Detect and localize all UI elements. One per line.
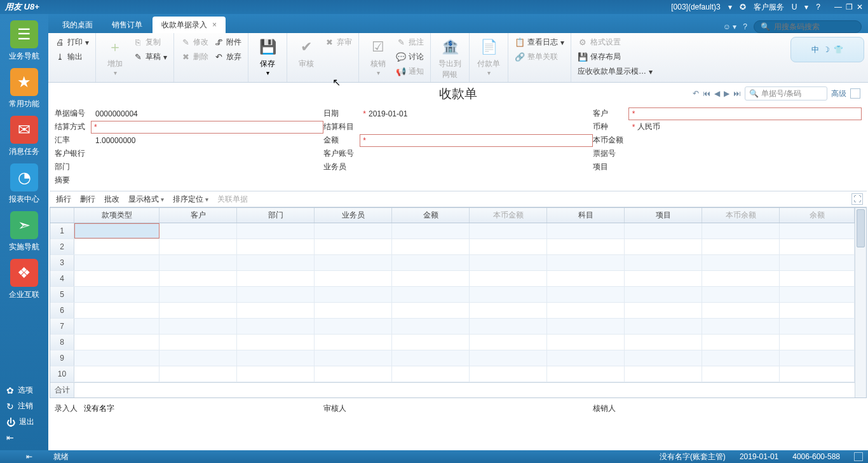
cell[interactable] [625,319,702,334]
col-localbal[interactable]: 本币余额 [702,208,780,223]
cell[interactable] [780,319,855,334]
cell[interactable] [315,223,392,238]
tab-salesorder[interactable]: 销售订单 [103,17,151,33]
cell[interactable] [547,287,625,302]
cell[interactable] [237,239,315,254]
cell[interactable] [392,319,470,334]
cell[interactable] [625,239,702,254]
cell[interactable] [74,223,159,238]
field-dept[interactable]: 部门 [55,160,323,174]
cell[interactable] [625,255,702,270]
settlemethod-input[interactable] [92,121,323,133]
field-project[interactable]: 项目 [593,160,862,174]
cell[interactable] [74,239,159,254]
field-salesman[interactable]: 业务员 [323,160,592,174]
delete-row-button[interactable]: 删行 [80,194,95,205]
sidebar-item-report[interactable]: ◔报表中心 [5,163,43,205]
help-icon[interactable]: ? [743,22,747,31]
cell[interactable] [74,287,159,302]
caret-down-icon[interactable]: ▾ [804,3,808,11]
minimize-icon[interactable]: — [834,3,842,11]
cell[interactable] [780,303,855,318]
cell[interactable] [392,335,470,350]
cell[interactable] [159,255,237,270]
field-settlemethod[interactable]: 结算方式* [55,120,323,134]
smile-icon[interactable]: ☺ ▾ [723,22,737,31]
col-amount[interactable]: 金额 [392,208,470,223]
cell[interactable] [237,319,315,334]
writeoff-button[interactable]: ☑核销▾ [363,36,393,78]
cell[interactable] [702,239,780,254]
field-date[interactable]: 日期*2019-01-01 [323,107,592,120]
cell[interactable] [470,223,547,238]
cell[interactable] [470,303,547,318]
cell[interactable] [702,223,780,238]
cell[interactable] [470,350,547,366]
cell[interactable] [470,287,547,302]
col-project[interactable]: 项目 [625,208,702,223]
cell[interactable] [159,271,237,286]
cell[interactable] [470,319,547,334]
cell[interactable] [237,303,315,318]
cell[interactable] [237,287,315,302]
cell[interactable] [392,287,470,302]
cell[interactable] [780,255,855,270]
sidebar-collapse[interactable]: ⇤ [0,430,48,445]
cell[interactable] [74,271,159,286]
attach-button[interactable]: 🖇附件 [211,36,244,49]
field-settleaccount[interactable]: 结算科目 [323,120,592,134]
table-row[interactable]: 5 [50,287,855,303]
cell[interactable] [159,350,237,366]
cell[interactable] [470,255,547,270]
discuss-button[interactable]: 💬讨论 [393,50,426,64]
cell[interactable] [470,366,547,382]
copy-button[interactable]: ⎘复制 [130,36,170,49]
col-account[interactable]: 科目 [547,208,625,223]
sidebar-item-msg[interactable]: ✉消息任务 [5,116,43,157]
print-button[interactable]: 🖨打印▾ [52,36,92,49]
expand-icon[interactable]: ⛶ [851,193,863,205]
cell[interactable] [780,271,855,286]
cell[interactable] [625,223,702,238]
table-row[interactable]: 1 [50,223,855,239]
cell[interactable] [470,271,547,286]
cell[interactable] [315,271,392,286]
table-row[interactable]: 9 [50,350,855,366]
cell[interactable] [237,366,315,382]
viewlog-button[interactable]: 📋查看日志▾ [512,36,567,49]
field-memo[interactable]: 摘要 [55,174,862,187]
field-amount[interactable]: 金额* [323,134,592,147]
cell[interactable] [625,366,702,382]
table-row[interactable]: 6 [50,303,855,319]
cell[interactable] [159,335,237,350]
cell[interactable] [315,350,392,366]
cell[interactable] [547,303,625,318]
cell[interactable] [392,239,470,254]
tab-mydesktop[interactable]: 我的桌面 [53,17,102,33]
cell[interactable] [780,335,855,350]
cell[interactable] [702,350,780,366]
notify-button[interactable]: 📢通知 [393,65,426,78]
payment-button[interactable]: 📄付款单▾ [473,36,504,78]
field-currency[interactable]: 币种*人民币 [593,120,862,134]
cell[interactable] [392,271,470,286]
account-label[interactable]: [003](default)3 [671,3,720,11]
cell[interactable] [625,271,702,286]
cell[interactable] [392,366,470,382]
scroll-thumb[interactable] [857,209,865,247]
next-icon[interactable]: ▶ [724,89,729,98]
cell[interactable] [159,223,237,238]
field-custaccount[interactable]: 客户账号 [323,147,592,160]
cell[interactable] [237,271,315,286]
link-doc-button[interactable]: 关联单据 [217,194,248,205]
cell[interactable] [159,239,237,254]
cell[interactable] [74,303,159,318]
unaudit-button[interactable]: ✖弃审 [322,36,355,49]
cell[interactable] [159,287,237,302]
amount-input[interactable] [360,135,592,146]
customer-input[interactable] [629,108,861,120]
cell[interactable] [74,255,159,270]
draft-button[interactable]: ✎草稿▾ [130,50,170,64]
cell[interactable] [547,350,625,366]
cell[interactable] [392,303,470,318]
